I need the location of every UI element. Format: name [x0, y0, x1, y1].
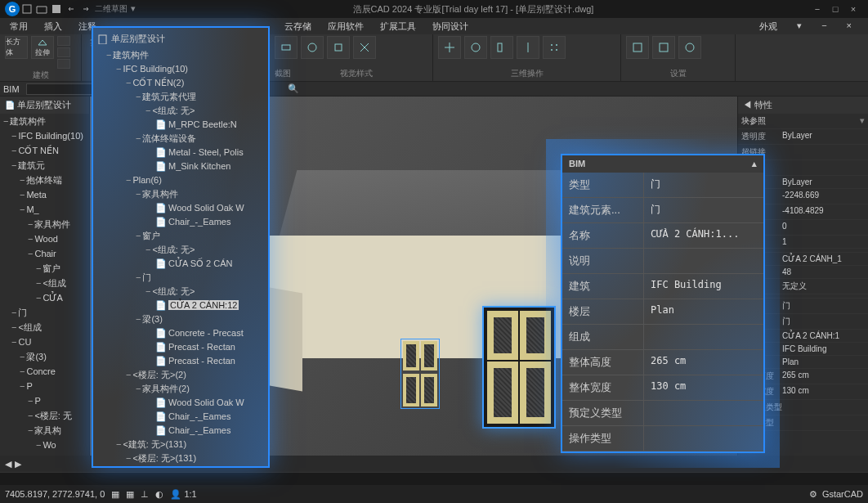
tree-item[interactable]: −建筑元	[0, 158, 89, 173]
tree-item[interactable]: −CU	[0, 335, 89, 349]
collapse-icon[interactable]: ▴	[752, 159, 757, 169]
tree-item[interactable]: 📄Precast - Rectan	[96, 340, 265, 354]
profile-tool[interactable]	[678, 36, 701, 59]
menu-item[interactable]: 插入	[38, 19, 69, 34]
tree-item[interactable]: −IFC Building(10)	[96, 62, 265, 76]
tree-item[interactable]: −<组成: 无>	[96, 285, 265, 299]
drawing-tool[interactable]	[652, 36, 675, 59]
section-plane-tool[interactable]	[275, 36, 298, 59]
tree-item[interactable]: −Chair	[0, 246, 89, 261]
tree-item[interactable]: −家具构件	[96, 187, 265, 201]
tree-item[interactable]: 📄Metal - Steel, Polis	[96, 146, 265, 159]
tree-item[interactable]: 📄Chair_-_Eames	[96, 215, 265, 229]
tree-item[interactable]: 📄CỬA SỐ 2 CÁN	[96, 257, 265, 271]
3dmirror-tool[interactable]	[517, 36, 539, 59]
tree-item[interactable]: −Meta	[0, 187, 89, 202]
tree-item[interactable]: 📄Chair_-_Eames	[96, 410, 265, 424]
tree-item[interactable]: −Plan(6)	[96, 173, 265, 187]
undo-icon[interactable]	[65, 3, 77, 15]
tree-item[interactable]: −家具构件(2)	[96, 382, 265, 396]
tree-item[interactable]: 📄Chair_-_Eames	[96, 424, 265, 438]
menu-item[interactable]: 扩展工具	[374, 19, 423, 34]
tree-item[interactable]: 📄Wood Solid Oak W	[96, 201, 265, 215]
workspace-label[interactable]: 二维草图	[95, 3, 128, 15]
gear-icon[interactable]: ⚙	[809, 489, 817, 500]
wireframe-tool[interactable]	[353, 36, 376, 59]
selected-door[interactable]	[482, 306, 556, 429]
tree-item[interactable]: −Wood	[0, 231, 89, 246]
tree-item[interactable]: −<组成: 无>	[96, 243, 265, 257]
save-icon[interactable]	[51, 3, 62, 15]
tree-item[interactable]: 📄M_RPC Beetle:N	[96, 118, 265, 132]
tree-item[interactable]: −CỐT NỀN(2)	[96, 76, 265, 90]
close-doc-icon[interactable]: ×	[840, 19, 858, 34]
3dmove-tool[interactable]	[438, 36, 461, 59]
tree-item[interactable]: 📄Precast - Rectan	[96, 354, 265, 368]
tree-item[interactable]: 📄CỬA 2 CÁNH:12	[96, 299, 265, 312]
snap-toggle[interactable]: ▦	[111, 489, 119, 500]
tree-item[interactable]: −建筑构件	[96, 48, 265, 62]
tool-icon[interactable]	[57, 47, 70, 57]
tree-item[interactable]: −家具构	[0, 423, 89, 438]
tree-item[interactable]: 📄M_Sink Kitchen	[96, 159, 265, 173]
tree-item[interactable]: −门	[0, 305, 89, 320]
scale[interactable]: 👤 1:1	[170, 489, 196, 500]
flatshot-tool[interactable]	[327, 36, 350, 59]
new-icon[interactable]	[21, 3, 33, 15]
tree-item[interactable]: −P	[0, 379, 89, 393]
tree-item[interactable]: 📄Wood Solid Oak W	[96, 396, 265, 410]
appearance-menu[interactable]: 外观	[753, 19, 784, 34]
minimize-icon[interactable]: −	[811, 4, 824, 14]
tree-item[interactable]: −窗户	[0, 261, 89, 276]
tree-item[interactable]: −<组成	[0, 276, 89, 290]
arrow-left-icon[interactable]: ◀	[5, 459, 11, 469]
box-tool[interactable]: 长方体	[5, 36, 28, 59]
tree-item[interactable]: −梁(3)	[96, 312, 265, 326]
menu-item[interactable]: 常用	[3, 19, 34, 34]
maximize-icon[interactable]: □	[829, 4, 842, 14]
polar-toggle[interactable]: ◐	[155, 489, 163, 500]
3drotate-tool[interactable]	[464, 36, 487, 59]
tree-item[interactable]: −Wo	[0, 438, 89, 452]
menu-item[interactable]: 协同设计	[426, 19, 475, 34]
tree-item[interactable]: −CỬA	[0, 290, 89, 305]
tree-item[interactable]: −建筑元素代理	[96, 90, 265, 104]
tree-item[interactable]: −<楼层: 无	[0, 408, 89, 423]
redo-icon[interactable]	[80, 3, 92, 15]
ortho-toggle[interactable]: ⊥	[141, 489, 149, 500]
section-tool[interactable]	[301, 36, 324, 59]
arrow-right-icon[interactable]: ▶	[15, 459, 21, 469]
view-tool[interactable]	[626, 36, 649, 59]
extrude-tool[interactable]: 拉伸	[31, 36, 54, 59]
dropdown-arrow-icon[interactable]: ▾	[131, 3, 136, 15]
3darray-tool[interactable]	[543, 36, 566, 59]
search-icon[interactable]: 🔍	[288, 83, 299, 94]
close-icon[interactable]: ×	[847, 4, 860, 14]
tree-item[interactable]: −窗户	[96, 229, 265, 243]
tree-item[interactable]: −栏杆(2)	[96, 465, 265, 468]
tree-item[interactable]: 📄Concrete - Precast	[96, 326, 265, 340]
tree-item[interactable]: −<组成	[0, 320, 89, 335]
tree-item[interactable]: −流体终端设备	[96, 132, 265, 146]
door-instance-small[interactable]	[400, 339, 440, 409]
tree-item[interactable]: −梁(3)	[0, 349, 89, 364]
tree-item[interactable]: −<楼层: 无>(2)	[96, 368, 265, 382]
tree-item[interactable]: −P	[0, 393, 89, 408]
menu-item[interactable]: 应用软件	[321, 19, 370, 34]
tree-item[interactable]: −抱体终端	[0, 173, 89, 187]
tree-item[interactable]: −家具构件	[0, 217, 89, 231]
command-line[interactable]	[0, 472, 868, 485]
tree-item[interactable]: −<组成: 无>	[96, 104, 265, 118]
3dalign-tool[interactable]	[490, 36, 513, 59]
tree-item[interactable]: −IFC Building(10)	[0, 128, 89, 143]
help-icon[interactable]: −	[815, 19, 833, 34]
tree-item[interactable]: −<楼层: 无>(131)	[96, 451, 265, 465]
open-icon[interactable]	[36, 3, 47, 15]
tree-item[interactable]: −门	[96, 271, 265, 285]
tree-item[interactable]: −<建筑: 无>(131)	[96, 438, 265, 451]
tool-icon[interactable]	[57, 36, 70, 46]
tree-item[interactable]: −CỐT NỀN	[0, 143, 89, 158]
tree-item[interactable]: −Concre	[0, 364, 89, 379]
tree-item[interactable]: −M_	[0, 202, 89, 217]
grid-toggle[interactable]: ▦	[126, 489, 134, 500]
